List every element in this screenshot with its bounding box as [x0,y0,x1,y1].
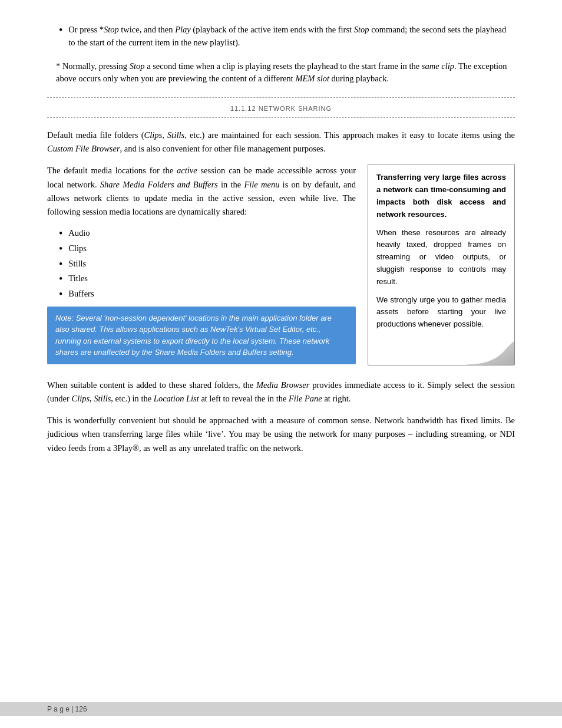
two-column-layout: The default media locations for the acti… [47,164,515,370]
bullet-label-clips: Clips [68,242,356,255]
page-curl-icon [467,341,514,365]
sidebar-para-2: When these resources are already heavily… [376,227,506,288]
bullet-label-buffers: Buffers [68,288,356,301]
sidebar-curl-container [376,337,506,358]
bullet-dot: • [59,25,62,35]
section-divider-bottom [47,117,515,118]
section-title: 11.1.12 NETWORK SHARING [47,100,515,115]
bullet-clips: • Clips [59,242,356,255]
sidebar-warning-box: Transferring very large files across a n… [368,164,515,365]
bullet-buffers: • Buffers [59,288,356,301]
sidebar-para-3: We strongly urge you to gather media ass… [376,294,506,331]
left-column: The default media locations for the acti… [47,164,356,370]
bullet-audio: • Audio [59,227,356,240]
top-bullet-section: • Or press *Stop twice, and then Play (p… [47,24,515,50]
page: • Or press *Stop twice, and then Play (p… [0,0,562,728]
paragraph-final: This is wonderfully convenient but shoul… [47,414,515,455]
bullet-dot-buffers: • [59,289,62,299]
footnote-text: * Normally, pressing Stop a second time … [56,61,507,84]
page-number: P a g e | 126 [47,705,87,713]
right-column: Transferring very large files across a n… [368,164,515,370]
left-para-1: The default media locations for the acti… [47,164,356,219]
bullet-label-audio: Audio [68,227,356,240]
bullet-stills: • Stills [59,258,356,271]
paragraph-intro: Default media file folders (Clips, Still… [47,129,515,156]
bullet-dot-stills: • [59,259,62,269]
bullet-item-stop: • Or press *Stop twice, and then Play (p… [47,24,515,50]
bullet-dot-titles: • [59,274,62,284]
section-number: 11.1.12 [230,105,256,112]
bullet-text-stop: Or press *Stop twice, and then Play (pla… [68,24,515,50]
sidebar-para-1: Transferring very large files across a n… [376,172,506,220]
note-box: Note: Several 'non-session dependent' lo… [47,307,356,364]
bullet-dot-audio: • [59,228,62,239]
section-divider-top [47,97,515,98]
note-text: Note: Several 'non-session dependent' lo… [55,314,332,357]
bullet-label-stills: Stills [68,258,356,271]
bullet-dot-clips: • [59,243,62,254]
bullet-label-titles: Titles [68,272,356,285]
footnote: * Normally, pressing Stop a second time … [47,60,515,86]
paragraph-after-cols: When suitable content is added to these … [47,378,515,406]
section-title-text: NETWORK SHARING [259,105,332,112]
page-footer: P a g e | 126 [0,702,562,716]
media-bullets: • Audio • Clips • Stills • Titles • Bu [59,227,356,301]
bullet-titles: • Titles [59,272,356,285]
